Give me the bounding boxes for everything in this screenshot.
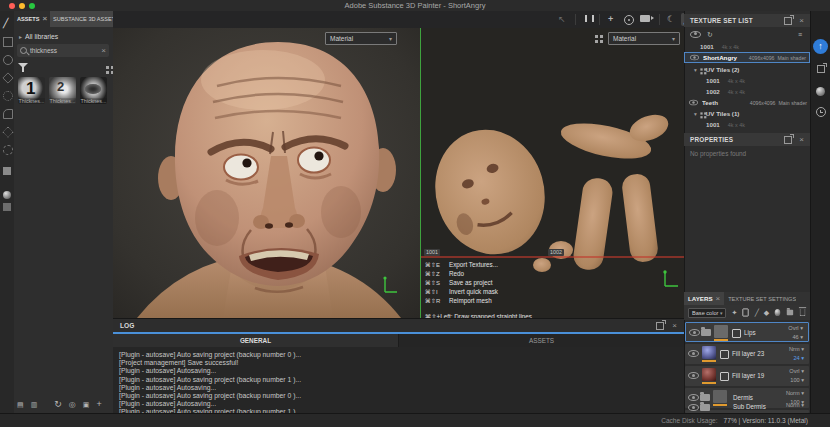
add-effect-icon[interactable]: ✦ xyxy=(731,308,737,317)
layer-visibility-icon[interactable] xyxy=(688,404,699,411)
close-window-button[interactable] xyxy=(9,3,15,9)
layer-visibility-icon[interactable] xyxy=(688,350,699,357)
texture-set-row-teeth[interactable]: Teeth 4096x4096 Main shader xyxy=(684,97,810,108)
layer-visibility-icon[interactable] xyxy=(688,394,699,401)
layer-row-fill-19[interactable]: Fill layer 19 Ovrl ▾ 100 ▾ xyxy=(685,366,809,386)
layer-opacity[interactable]: 24 ▾ xyxy=(793,355,804,361)
close-panel-icon[interactable]: × xyxy=(799,18,804,24)
eraser-tool-icon[interactable] xyxy=(3,37,13,47)
close-panel-icon[interactable]: × xyxy=(672,323,677,329)
add-fill-layer-icon[interactable]: ◆ xyxy=(764,308,769,317)
uv-tiles-group-row[interactable]: ▾ UV Tiles (2) xyxy=(684,64,810,75)
clone-tool-icon[interactable] xyxy=(3,109,13,119)
all-libraries-label[interactable]: All libraries xyxy=(25,33,58,40)
layer-visibility-icon[interactable] xyxy=(689,329,700,336)
delete-layer-icon[interactable] xyxy=(799,309,805,316)
tab-assets-log[interactable]: ASSETS xyxy=(399,334,684,347)
locate-asset-icon[interactable]: ◎ xyxy=(69,400,76,409)
layer-blend-mode[interactable]: Ovrl ▾ xyxy=(789,368,804,374)
viewport-2d[interactable]: Material ▾ 1001 1002 ⌘⇧E Export Textures… xyxy=(421,28,684,318)
layer-blend-mode[interactable]: Ovrl ▾ xyxy=(788,325,803,331)
filter-list-icon[interactable]: ≡ xyxy=(798,30,802,39)
import-resources-icon[interactable]: ▣ xyxy=(83,400,90,409)
visibility-icon[interactable] xyxy=(690,55,699,61)
asset-search-field[interactable]: × xyxy=(17,44,109,57)
layer-blend-mode[interactable]: Norm ▾ xyxy=(786,402,804,408)
document-icon[interactable] xyxy=(3,203,11,211)
filter-icon[interactable] xyxy=(18,63,28,72)
tab-layers[interactable]: LAYERS × xyxy=(684,292,724,305)
close-assets-tab-icon[interactable]: × xyxy=(42,16,47,22)
asset-thumbnail[interactable]: Thicknes... xyxy=(80,77,107,104)
add-smart-material-icon[interactable] xyxy=(775,309,780,316)
visibility-icon[interactable] xyxy=(690,31,701,38)
layer-thumbnail[interactable] xyxy=(702,346,716,359)
material-mode-select-3d[interactable]: Material ▾ xyxy=(325,32,397,45)
uv-tile-row[interactable]: 1001 4k x 4k xyxy=(684,119,810,130)
rotate-icon[interactable] xyxy=(624,15,634,25)
uv-tile-view-icon[interactable] xyxy=(595,35,598,38)
shader-settings-icon[interactable] xyxy=(816,87,825,96)
tab-substance-3d-assets[interactable]: SUBSTANCE 3D ASSETS xyxy=(50,11,122,27)
visibility-icon[interactable] xyxy=(689,100,698,106)
paint-brush-tool-icon[interactable]: ╱ xyxy=(3,19,11,27)
close-layers-tab-icon[interactable]: × xyxy=(716,296,721,302)
texture-set-shader[interactable]: Main shader xyxy=(778,100,807,106)
layer-row-lips[interactable]: Lips Ovrl ▾ 46 ▾ xyxy=(685,322,809,342)
material-picker-tool-icon[interactable] xyxy=(2,126,13,137)
zoom-window-button[interactable] xyxy=(29,3,35,9)
display-settings-icon[interactable] xyxy=(3,167,11,175)
texture-set-shader[interactable]: Main shader xyxy=(777,55,806,61)
shadows-moon-icon[interactable]: ☾ xyxy=(667,15,675,24)
close-panel-icon[interactable]: × xyxy=(799,137,804,143)
layer-opacity[interactable]: 100 ▾ xyxy=(790,377,804,383)
shader-sphere-icon[interactable] xyxy=(3,185,11,193)
uv-tile-row[interactable]: 1002 4k x 4k xyxy=(684,86,810,97)
viewport-3d[interactable]: Material ▾ xyxy=(113,28,420,318)
undock-panel-icon[interactable] xyxy=(784,136,792,144)
asset-list-view-icon[interactable]: ▥ xyxy=(31,400,38,409)
quick-mask-tool-icon[interactable] xyxy=(3,145,13,155)
polygon-fill-tool-icon[interactable] xyxy=(2,72,13,83)
material-mode-select-2d[interactable]: Material ▾ xyxy=(608,32,680,45)
layer-blend-mode[interactable]: Norm ▾ xyxy=(786,390,804,396)
chevron-down-icon[interactable]: ▾ xyxy=(694,111,697,117)
sync-icon[interactable]: ↻ xyxy=(707,30,713,39)
asset-thumbnail[interactable]: 2 Thicknes... xyxy=(49,77,76,104)
uv-tiles-group-row[interactable]: ▾ UV Tiles (1) xyxy=(684,108,810,119)
layer-thumbnail[interactable] xyxy=(713,390,727,403)
symmetry-icon[interactable]: ↖ xyxy=(558,15,566,24)
layer-opacity[interactable]: 46 ▾ xyxy=(792,334,803,340)
minimize-window-button[interactable] xyxy=(19,3,25,9)
chevron-right-icon[interactable]: ▸ xyxy=(19,33,22,40)
add-asset-icon[interactable]: + xyxy=(96,400,101,409)
refresh-assets-icon[interactable]: ↻ xyxy=(54,400,62,409)
grid-view-icon[interactable] xyxy=(106,66,109,69)
projection-tool-icon[interactable] xyxy=(3,55,13,65)
translate-icon[interactable]: + xyxy=(608,15,613,24)
tab-texture-set-settings[interactable]: TEXTURE SET SETTINGS xyxy=(724,292,810,305)
history-icon[interactable] xyxy=(816,107,826,117)
texture-set-row-shortangry[interactable]: ShortAngry 4096x4096 Main shader xyxy=(684,52,810,63)
display-panel-icon[interactable] xyxy=(817,65,825,73)
undock-panel-icon[interactable] xyxy=(656,322,664,330)
asset-thumbnail[interactable]: 1 Thicknes... xyxy=(18,77,45,104)
layer-blend-mode[interactable]: Nrm ▾ xyxy=(789,346,804,352)
uv-tile-row[interactable]: 1001 4k x 4k xyxy=(684,41,810,52)
add-paint-layer-icon[interactable]: ╱ xyxy=(755,308,759,317)
layer-thumbnail[interactable] xyxy=(714,325,728,338)
channel-filter-select[interactable]: Base color ▾ xyxy=(688,308,726,318)
share-export-button[interactable]: ↑ xyxy=(813,39,828,54)
add-group-icon[interactable] xyxy=(787,310,793,316)
layer-row-fill-23[interactable]: Fill layer 23 Nrm ▾ 24 ▾ xyxy=(685,344,809,364)
layer-thumbnail[interactable] xyxy=(702,368,716,381)
camera-icon[interactable] xyxy=(640,15,650,22)
add-mask-icon[interactable] xyxy=(743,308,750,316)
uv-tile-row[interactable]: 1001 4k x 4k xyxy=(684,75,810,86)
tab-assets[interactable]: ASSETS × xyxy=(14,11,50,27)
pause-engine-icon[interactable] xyxy=(585,15,594,22)
search-input[interactable] xyxy=(27,47,101,54)
smudge-tool-icon[interactable] xyxy=(3,91,13,101)
undock-panel-icon[interactable] xyxy=(784,17,792,25)
asset-info-view-icon[interactable]: ▤ xyxy=(17,400,24,409)
